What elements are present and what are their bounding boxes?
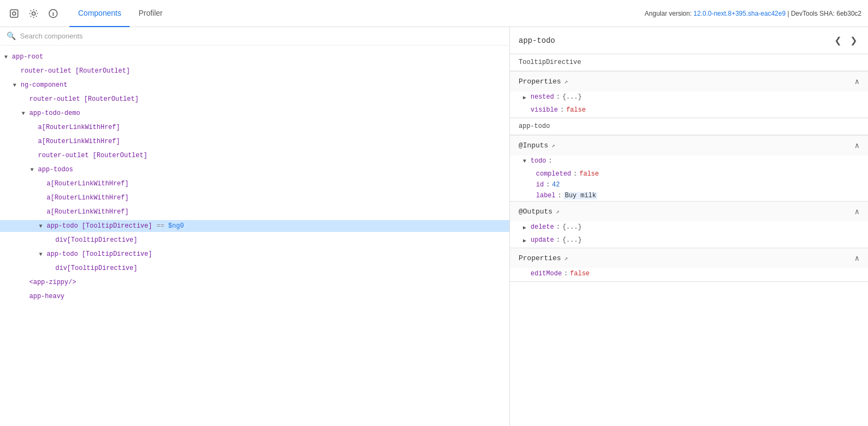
tree-node-content-app-root[interactable]: ▼app-root (0, 51, 509, 63)
tree-toggle-icon[interactable]: ▼ (13, 82, 21, 88)
tree-node-content-a-router-link-3[interactable]: a[RouterLinkWithHref] (0, 178, 509, 190)
tree-node: a[RouterLinkWithHref] (0, 134, 509, 149)
property-row[interactable]: visible: false (510, 105, 868, 118)
node-label: router-outlet [RouterOutlet] (21, 67, 130, 75)
search-icon: 🔍 (7, 31, 16, 41)
tree-node-content-div-tooltip-2[interactable]: div[TooltipDirective] (0, 262, 509, 274)
tree-node-content-app-todo-tooltip-2[interactable]: ▼app-todo [TooltipDirective] (0, 248, 509, 260)
version-info: Angular version: 12.0.0-next.8+395.sha-e… (644, 10, 861, 17)
node-label: div[TooltipDirective] (55, 264, 137, 272)
prop-key: todo (531, 157, 546, 165)
tree-node-content-a-router-link-1[interactable]: a[RouterLinkWithHref] (0, 121, 509, 133)
prop-value: false (570, 270, 590, 277)
settings-icon[interactable] (26, 6, 41, 21)
collapse-icon[interactable]: ∧ (855, 141, 859, 150)
search-input[interactable] (20, 32, 503, 40)
node-label: app-root (12, 53, 43, 61)
tree-node-content-app-todos[interactable]: ▼app-todos (0, 164, 509, 176)
tree-toggle-icon[interactable]: ▼ (4, 54, 12, 60)
nav-tabs: Components Profiler (69, 0, 171, 27)
collapse-icon[interactable]: ∧ (855, 207, 859, 216)
info-icon[interactable]: i (46, 6, 61, 21)
tree-node-content-router-outlet-1[interactable]: router-outlet [RouterOutlet] (0, 65, 509, 77)
ext-link-icon[interactable]: ↗ (564, 78, 568, 85)
tree-node-content-ng-component[interactable]: ▼ng-component (0, 79, 509, 91)
prop-key: id (536, 181, 544, 189)
node-badge: == $ng0 (156, 222, 183, 230)
tree-node: router-outlet [RouterOutlet] (0, 149, 509, 163)
property-row[interactable]: ▶update: {...} (510, 235, 868, 248)
section-header-outputs[interactable]: @Outputs↗∧ (510, 202, 868, 222)
tree-toggle-icon[interactable]: ▼ (39, 223, 47, 229)
property-row[interactable]: editMode: false (510, 268, 868, 281)
next-button[interactable]: ❯ (848, 34, 859, 47)
node-label: app-todos (38, 166, 73, 173)
tree-toggle-icon[interactable]: ▼ (30, 167, 38, 173)
toolbar-left: i Components Profiler (7, 0, 171, 27)
prop-toggle-icon[interactable]: ▶ (523, 94, 531, 101)
node-label: a[RouterLinkWithHref] (47, 180, 129, 188)
section-inputs: @Inputs↗∧▼todo:completed: falseid: 42lab… (510, 135, 868, 202)
tree-node-content-a-router-link-4[interactable]: a[RouterLinkWithHref] (0, 192, 509, 204)
tree-node-content-app-todo-tooltip[interactable]: ▼app-todo [TooltipDirective] == $ng0 (0, 220, 509, 232)
prop-key: update (531, 236, 554, 244)
tree-node-content-app-zippy[interactable]: <app-zippy/> (0, 276, 509, 288)
property-row[interactable]: ▼todo: (510, 156, 868, 169)
prop-key: label (536, 192, 556, 199)
prop-value: false (579, 170, 599, 178)
node-label: router-outlet [RouterOutlet] (29, 95, 139, 103)
node-label: a[RouterLinkWithHref] (38, 138, 120, 145)
tree-node: a[RouterLinkWithHref] (0, 205, 509, 219)
svg-point-2 (32, 12, 35, 15)
tree-node-content-router-outlet-2[interactable]: router-outlet [RouterOutlet] (0, 93, 509, 105)
section-label: TooltipDirective (510, 54, 868, 71)
prop-toggle-icon[interactable]: ▶ (523, 224, 531, 231)
section-header-inputs[interactable]: @Inputs↗∧ (510, 135, 868, 156)
tree-node-content-router-outlet-3[interactable]: router-outlet [RouterOutlet] (0, 150, 509, 162)
tree-node-content-app-todo-demo[interactable]: ▼app-todo-demo (0, 107, 509, 119)
node-label: ng-component (21, 81, 67, 89)
left-panel: 🔍 ▼app-rootrouter-outlet [RouterOutlet]▼… (0, 27, 510, 426)
tree-node: router-outlet [RouterOutlet] (0, 64, 509, 78)
section-title-text: Properties (519, 254, 561, 262)
prop-value[interactable]: Buy milk (564, 192, 597, 199)
prop-toggle-icon[interactable]: ▶ (523, 237, 531, 244)
prop-value: {...} (562, 93, 582, 101)
tree-node: div[TooltipDirective] (0, 261, 509, 275)
section-header-properties-todo[interactable]: Properties↗∧ (510, 248, 868, 268)
header-nav: ❮ ❯ (832, 34, 859, 47)
component-tree: ▼app-rootrouter-outlet [RouterOutlet]▼ng… (0, 46, 509, 426)
tab-profiler[interactable]: Profiler (130, 0, 171, 27)
node-label: app-heavy (29, 293, 65, 300)
ext-link-icon[interactable]: ↗ (556, 208, 559, 215)
tree-node-content-a-router-link-2[interactable]: a[RouterLinkWithHref] (0, 135, 509, 147)
collapse-icon[interactable]: ∧ (855, 77, 859, 86)
tree-node: <app-zippy/> (0, 275, 509, 289)
tree-node: router-outlet [RouterOutlet] (0, 92, 509, 106)
prop-toggle-icon[interactable]: ▼ (523, 158, 531, 164)
prop-key: nested (531, 93, 554, 101)
tree-toggle-icon[interactable]: ▼ (39, 251, 47, 257)
prop-value: false (566, 106, 586, 114)
property-row[interactable]: ▶delete: {...} (510, 222, 868, 235)
tree-node: a[RouterLinkWithHref] (0, 177, 509, 191)
tree-toggle-icon[interactable]: ▼ (22, 111, 29, 117)
section-header-properties-tooltip[interactable]: Properties↗∧ (510, 72, 868, 92)
ext-link-icon[interactable]: ↗ (564, 255, 568, 262)
inspect-icon[interactable] (7, 6, 22, 21)
node-label: <app-zippy/> (29, 279, 76, 286)
tab-components[interactable]: Components (69, 0, 130, 27)
sub-property-row: label: Buy milk (510, 190, 868, 201)
right-panel-header: app-todo ❮ ❯ (510, 27, 868, 54)
prop-value: {...} (562, 223, 582, 231)
ext-link-icon[interactable]: ↗ (552, 142, 556, 149)
tree-node: ▼app-todo-demo (0, 106, 509, 120)
angular-version-link[interactable]: 12.0.0-next.8+395.sha-eac42e9 (693, 10, 786, 17)
property-row[interactable]: ▶nested: {...} (510, 92, 868, 105)
collapse-icon[interactable]: ∧ (855, 254, 859, 263)
tree-node-content-app-heavy[interactable]: app-heavy (0, 291, 509, 302)
tree-node-content-a-router-link-5[interactable]: a[RouterLinkWithHref] (0, 206, 509, 218)
prev-button[interactable]: ❮ (832, 34, 844, 47)
tree-node: ▼app-todo [TooltipDirective] (0, 247, 509, 261)
tree-node-content-div-tooltip-1[interactable]: div[TooltipDirective] (0, 234, 509, 246)
